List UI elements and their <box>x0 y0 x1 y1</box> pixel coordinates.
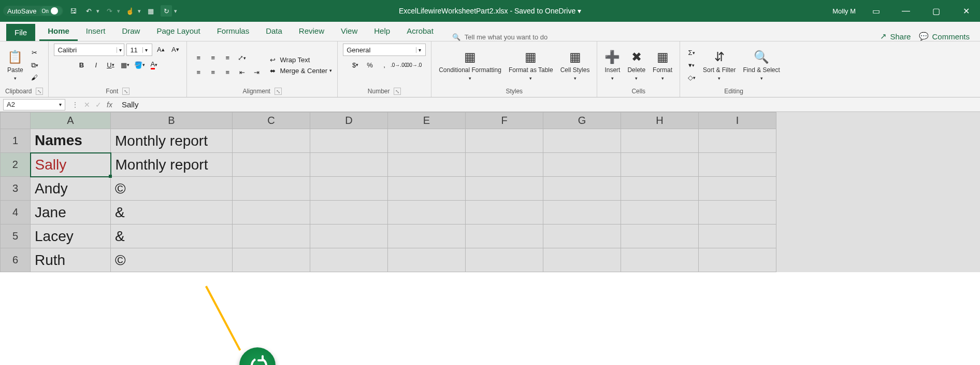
cell[interactable]: Monthly report <box>111 153 233 177</box>
underline-button[interactable]: U ▾ <box>104 59 117 71</box>
tab-acrobat[interactable]: Acrobat <box>398 22 442 41</box>
cell[interactable]: Sally <box>31 153 111 177</box>
cell[interactable] <box>233 248 310 272</box>
column-header[interactable]: E <box>388 113 466 129</box>
percent-format-icon[interactable]: % <box>364 59 376 71</box>
cell[interactable] <box>233 201 310 224</box>
cell[interactable]: & <box>111 224 233 248</box>
cell[interactable]: Names <box>31 129 111 153</box>
row-header[interactable]: 6 <box>1 248 31 272</box>
share-button[interactable]: ↗Share <box>880 32 911 41</box>
find-select-button[interactable]: 🔍Find & Select▾ <box>741 49 782 82</box>
increase-font-icon[interactable]: A▴ <box>154 44 167 55</box>
autosave-toggle[interactable]: AutoSave On <box>3 6 63 16</box>
accounting-format-icon[interactable]: $ ▾ <box>349 59 362 71</box>
align-middle-icon[interactable]: ≡ <box>207 52 219 64</box>
cell[interactable] <box>543 177 621 201</box>
cell[interactable] <box>233 224 310 248</box>
ribbon-display-icon[interactable]: ▭ <box>866 3 886 19</box>
cell[interactable]: & <box>111 201 233 224</box>
cell[interactable] <box>621 129 699 153</box>
insert-cells-button[interactable]: ➕Insert▾ <box>602 49 622 82</box>
cell[interactable] <box>621 224 699 248</box>
comma-format-icon[interactable]: , <box>378 59 391 71</box>
format-cells-button[interactable]: ▦Format▾ <box>651 49 674 82</box>
cell[interactable] <box>621 201 699 224</box>
tab-insert[interactable]: Insert <box>78 22 114 41</box>
tab-draw[interactable]: Draw <box>113 22 148 41</box>
cell[interactable] <box>543 224 621 248</box>
tab-file[interactable]: File <box>6 24 35 41</box>
number-format-select[interactable]: General▾ <box>343 44 426 56</box>
repeat-icon[interactable]: ↻ <box>161 5 172 17</box>
cell[interactable] <box>466 201 543 224</box>
delete-cells-button[interactable]: ✖Delete▾ <box>625 49 647 82</box>
cell[interactable] <box>388 129 466 153</box>
close-icon[interactable]: ✕ <box>956 3 976 19</box>
autosum-icon[interactable]: Σ ▾ <box>685 47 698 59</box>
enter-formula-icon[interactable]: ✓ <box>95 101 102 109</box>
row-header[interactable]: 2 <box>1 153 31 177</box>
font-color-icon[interactable]: A ▾ <box>148 59 160 71</box>
tab-data[interactable]: Data <box>257 22 291 41</box>
row-header[interactable]: 4 <box>1 201 31 224</box>
maximize-icon[interactable]: ▢ <box>926 3 946 19</box>
cell[interactable]: Andy <box>31 177 111 201</box>
align-center-icon[interactable]: ≡ <box>207 67 219 78</box>
row-header[interactable]: 5 <box>1 224 31 248</box>
merge-center-button[interactable]: Merge & Center <box>280 67 327 75</box>
save-icon[interactable]: 🖫 <box>67 5 79 17</box>
fill-icon[interactable]: ▾ ▾ <box>685 60 698 71</box>
sort-filter-button[interactable]: ⇵Sort & Filter▾ <box>701 49 738 82</box>
cell[interactable] <box>310 177 388 201</box>
tab-formulas[interactable]: Formulas <box>209 22 258 41</box>
comments-button[interactable]: 💬Comments <box>919 32 970 41</box>
cell[interactable] <box>699 201 776 224</box>
cell[interactable] <box>699 248 776 272</box>
minimize-icon[interactable]: — <box>896 3 916 19</box>
column-header[interactable]: H <box>621 113 699 129</box>
touch-mode-icon[interactable]: ☝ <box>124 5 136 17</box>
cell[interactable] <box>310 129 388 153</box>
cell[interactable]: © <box>111 177 233 201</box>
paste-button[interactable]: 📋 Paste▾ <box>5 49 25 82</box>
column-header[interactable]: D <box>310 113 388 129</box>
cell[interactable] <box>543 153 621 177</box>
conditional-formatting-button[interactable]: ▦Conditional Formatting▾ <box>437 49 503 82</box>
cell[interactable] <box>699 177 776 201</box>
name-box[interactable]: A2▾ <box>3 99 65 110</box>
fx-icon[interactable]: fx <box>107 101 112 109</box>
cell[interactable] <box>543 201 621 224</box>
cell[interactable] <box>543 129 621 153</box>
column-header[interactable]: F <box>466 113 543 129</box>
dialog-launcher-icon[interactable]: ⤡ <box>122 88 129 95</box>
select-all-corner[interactable] <box>1 113 31 129</box>
decrease-font-icon[interactable]: A▾ <box>169 44 181 55</box>
cell[interactable] <box>310 224 388 248</box>
decrease-indent-icon[interactable]: ⇤ <box>236 67 248 78</box>
dialog-launcher-icon[interactable]: ⤡ <box>394 88 401 95</box>
cell[interactable]: Monthly report <box>111 129 233 153</box>
cell[interactable] <box>388 224 466 248</box>
cell[interactable] <box>699 153 776 177</box>
decrease-decimal-icon[interactable]: .00→.0 <box>407 59 420 71</box>
cell[interactable]: Ruth <box>31 248 111 272</box>
format-painter-icon[interactable]: 🖌 <box>28 72 41 83</box>
tab-home[interactable]: Home <box>39 22 78 41</box>
column-header[interactable]: I <box>699 113 776 129</box>
formula-input[interactable]: Sally <box>122 100 139 109</box>
tab-help[interactable]: Help <box>366 22 398 41</box>
cell[interactable] <box>388 153 466 177</box>
cell[interactable] <box>388 248 466 272</box>
cell[interactable] <box>310 153 388 177</box>
column-header[interactable]: C <box>233 113 310 129</box>
cell[interactable] <box>466 153 543 177</box>
row-header[interactable]: 3 <box>1 177 31 201</box>
cell[interactable] <box>466 177 543 201</box>
undo-icon[interactable]: ↶ <box>83 5 94 17</box>
column-header[interactable]: G <box>543 113 621 129</box>
cell[interactable] <box>233 153 310 177</box>
font-size-select[interactable]: 11▾ <box>126 44 152 56</box>
increase-decimal-icon[interactable]: .0→.00 <box>393 59 405 71</box>
tell-me-search[interactable]: 🔍 Tell me what you want to do <box>452 33 547 41</box>
